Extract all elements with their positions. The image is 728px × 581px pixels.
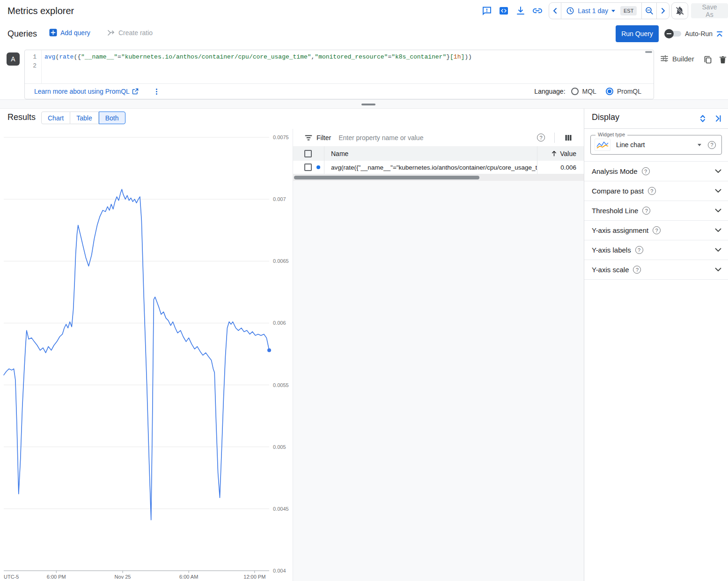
time-range-selector[interactable]: Last 1 day EST (561, 3, 641, 19)
svg-text:6:00 PM: 6:00 PM (47, 574, 66, 580)
editor-more-menu-button[interactable] (153, 87, 161, 96)
series-color-dot (316, 165, 320, 169)
display-options-list: Analysis Mode ? Compare to past ? Thresh… (584, 161, 728, 280)
row-value-cell: 0.006 (537, 161, 584, 174)
time-back-button[interactable] (549, 3, 561, 19)
line-chart[interactable]: 0.0040.00450.0050.00550.0060.00650.0070.… (0, 129, 290, 581)
duplicate-query-button[interactable] (703, 55, 713, 64)
learn-more-link[interactable]: Learn more about using PromQL (34, 88, 139, 95)
feedback-button[interactable] (481, 5, 493, 16)
option-y-axis-scale[interactable]: Y-axis scale ? (584, 260, 728, 280)
widget-type-help-icon[interactable]: ? (708, 141, 716, 149)
clock-icon (566, 7, 574, 15)
create-ratio-button[interactable]: Create ratio (107, 29, 153, 37)
help-icon[interactable]: ? (642, 207, 650, 215)
widget-type-value: Line chart (616, 141, 698, 149)
zoom-out-time-button[interactable] (641, 3, 656, 19)
run-query-button[interactable]: Run Query (616, 25, 659, 42)
delete-query-button[interactable] (718, 55, 728, 64)
metrics-explorer-app: Metrics explorer Last 1 day EST (0, 0, 728, 581)
builder-toggle-button[interactable]: Builder (660, 54, 694, 63)
query-editor-zone: A 1 2 avg(rate({"__name__"="kubernetes.i… (0, 46, 728, 99)
language-selector: Language: MQL PromQL (534, 88, 647, 95)
collapse-up-icon (715, 30, 724, 38)
sort-ascending-icon (551, 150, 558, 157)
auto-run-toggle[interactable] (664, 29, 681, 38)
value-column-header[interactable]: Value (537, 146, 584, 161)
time-range-label: Last 1 day (578, 7, 608, 15)
tab-chart[interactable]: Chart (41, 112, 70, 124)
code-icon (498, 5, 509, 16)
time-range-control: Last 1 day EST (549, 2, 669, 19)
chevron-down-icon (715, 209, 721, 213)
option-y-axis-assignment[interactable]: Y-axis assignment ? (584, 221, 728, 240)
option-threshold-line[interactable]: Threshold Line ? (584, 201, 728, 221)
line-chart-panel[interactable]: 0.0040.00450.0050.00550.0060.00650.0070.… (0, 129, 290, 581)
panel-resize-strip (0, 99, 728, 109)
help-icon[interactable]: ? (653, 226, 661, 234)
unfold-more-icon (698, 114, 707, 123)
help-icon[interactable]: ? (648, 187, 656, 195)
svg-text:0.0075: 0.0075 (273, 134, 289, 140)
save-as-button[interactable]: Save As (691, 3, 728, 18)
widget-type-select[interactable]: Widget type Line chart ? (590, 135, 722, 155)
zoom-out-icon (645, 6, 654, 15)
collapse-queries-button[interactable] (715, 30, 724, 38)
divider (554, 133, 555, 143)
help-icon[interactable]: ? (635, 246, 643, 254)
chevron-down-icon (611, 10, 615, 12)
link-icon (532, 5, 543, 16)
display-panel-title: Display (592, 112, 619, 122)
feedback-icon (481, 5, 493, 16)
help-icon[interactable]: ? (642, 167, 650, 175)
filter-help-icon[interactable]: ? (537, 134, 545, 142)
scrollbar-thumb[interactable] (294, 176, 479, 179)
option-compare-to-past[interactable]: Compare to past ? (584, 181, 728, 201)
radio-mql[interactable] (571, 88, 579, 95)
column-settings-icon[interactable] (564, 134, 573, 142)
time-forward-button[interactable] (656, 3, 669, 19)
promql-query-text[interactable]: avg(rate({"__name__"="kubernetes.io/anth… (42, 50, 472, 83)
expand-sections-button[interactable] (698, 114, 707, 123)
tab-both[interactable]: Both (99, 112, 125, 124)
query-letter-badge: A (7, 52, 20, 66)
results-header: Results Chart Table Both (0, 109, 584, 129)
option-analysis-mode[interactable]: Analysis Mode ? (584, 162, 728, 181)
chevron-left-icon (552, 7, 559, 15)
row-checkbox[interactable] (304, 164, 312, 171)
line-number: 1 (25, 52, 37, 61)
svg-text:Nov 25: Nov 25 (115, 574, 131, 580)
tab-table[interactable]: Table (70, 112, 98, 124)
table-filter-bar: Filter Enter property name or value ? (293, 129, 584, 146)
option-y-axis-labels[interactable]: Y-axis labels ? (584, 240, 728, 260)
select-all-checkbox[interactable] (304, 150, 312, 157)
resize-handle[interactable] (361, 104, 375, 105)
share-link-button[interactable] (532, 5, 543, 16)
queries-bar: Queries Add query Create ratio Run Query… (0, 22, 728, 46)
chevron-right-icon (659, 7, 667, 15)
filter-input[interactable]: Enter property name or value (338, 134, 537, 142)
chevron-down-icon (715, 189, 721, 193)
download-button[interactable] (515, 5, 526, 16)
chevron-down-icon (715, 268, 721, 272)
collapse-panel-button[interactable] (713, 114, 722, 123)
table-row[interactable]: avg(rate({"__name__"="kubernetes.io/anth… (293, 161, 584, 174)
create-ratio-label: Create ratio (118, 29, 153, 37)
timezone-badge: EST (620, 6, 637, 15)
line-number-gutter: 1 2 (25, 50, 42, 83)
editor-scrollbar[interactable] (645, 51, 652, 53)
svg-text:0.007: 0.007 (273, 196, 286, 202)
radio-promql[interactable] (606, 88, 613, 95)
table-horizontal-scrollbar (293, 174, 584, 181)
view-code-button[interactable] (498, 5, 509, 16)
code-editor[interactable]: 1 2 avg(rate({"__name__"="kubernetes.io/… (25, 50, 654, 83)
alerts-off-button[interactable] (671, 2, 688, 19)
name-column-header[interactable]: Name (324, 146, 537, 161)
auto-run-label: Auto-Run (685, 22, 713, 46)
line-chart-mini-icon (595, 139, 610, 151)
line-number: 2 (25, 61, 37, 70)
add-query-button[interactable]: Add query (49, 29, 90, 37)
promql-label: PromQL (617, 88, 641, 95)
help-icon[interactable]: ? (633, 266, 641, 274)
copy-icon (703, 55, 713, 64)
